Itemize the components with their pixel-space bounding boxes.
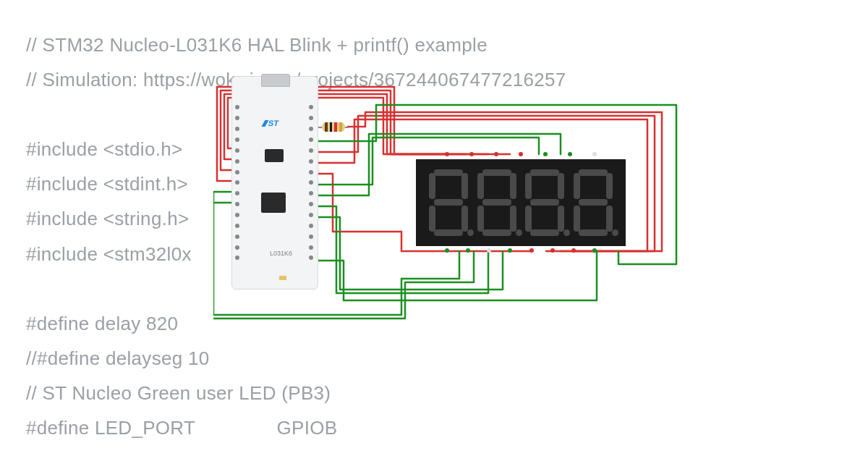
circuit-diagram[interactable]: ST L031K6	[213, 76, 705, 337]
seven-segment-display[interactable]	[416, 159, 626, 246]
digit-4	[572, 169, 614, 236]
display-pins-bottom	[445, 248, 597, 254]
board-label: L031K6	[270, 250, 292, 257]
code-line: // ST Nucleo Green user LED (PB3)	[26, 382, 331, 404]
pin-header-left	[235, 102, 241, 263]
resistor[interactable]	[318, 122, 349, 132]
st-logo: ST	[268, 119, 279, 127]
led-pad-icon	[279, 276, 286, 280]
chip-icon	[265, 149, 284, 162]
digit-3	[524, 169, 566, 236]
code-line: #define LED_PORT GPIOB	[26, 417, 337, 439]
code-line: // STM32 Nucleo-L031K6 HAL Blink + print…	[26, 34, 488, 56]
code-line: //#define delayseg 10	[26, 347, 210, 369]
code-line: #include <stm32l0x	[26, 243, 192, 265]
digit-2	[476, 169, 518, 236]
code-line: #define delay 820	[26, 313, 178, 334]
mcu-chip-icon	[261, 193, 286, 213]
display-pins-top	[445, 152, 597, 158]
code-line: #include <stdio.h>	[26, 138, 182, 160]
resistor-lead-icon	[345, 127, 349, 128]
usb-port-icon	[261, 74, 290, 87]
pin-header-right	[309, 102, 315, 263]
nucleo-board[interactable]: ST L031K6	[231, 76, 318, 290]
code-line: #include <stdint.h>	[26, 173, 188, 195]
digit-1	[427, 169, 469, 236]
resistor-body-icon	[322, 122, 345, 132]
code-line: #include <string.h>	[26, 208, 189, 229]
